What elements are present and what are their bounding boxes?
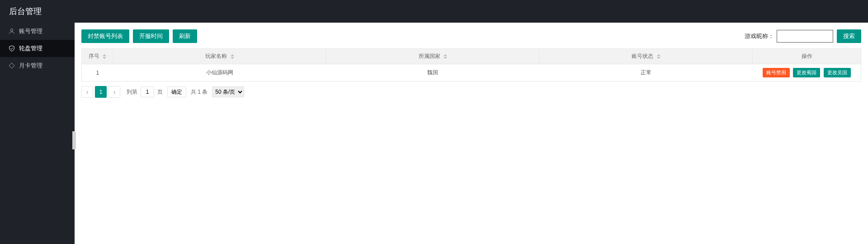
table-header-row: 序号 玩家名称 所属国家 账号状态 [82, 49, 861, 64]
pagination: ‹ 1 › 到第 页 确定 共 1 条 50 条/页 [81, 86, 861, 98]
sidebar-item-label: 月卡管理 [19, 62, 42, 70]
app-header: 后台管理 [0, 0, 868, 23]
total-label: 共 1 条 [191, 88, 208, 96]
shield-check-icon [8, 45, 15, 52]
search-input[interactable] [777, 30, 833, 43]
refresh-button[interactable]: 刷新 [173, 29, 197, 43]
app-title: 后台管理 [9, 6, 42, 17]
goto-input[interactable] [141, 86, 154, 97]
server-time-button[interactable]: 开服时间 [133, 29, 169, 43]
sidebar: 账号管理 轮盘管理 月卡管理 [0, 23, 75, 244]
search-button[interactable]: 搜索 [837, 29, 861, 43]
cell-country: 魏国 [326, 64, 539, 81]
main-content: 封禁账号列表 开服时间 刷新 游戏昵称： 搜索 序号 玩家名称 [75, 23, 868, 244]
prev-page-button[interactable]: ‹ [81, 86, 93, 98]
sidebar-item-roulette[interactable]: 轮盘管理 [0, 40, 75, 57]
sort-icon [103, 54, 106, 59]
sidebar-collapse-handle[interactable] [72, 131, 76, 149]
goto-confirm-button[interactable]: 确定 [167, 86, 186, 97]
sort-icon [657, 54, 660, 59]
page-number[interactable]: 1 [95, 86, 107, 98]
cell-seq: 1 [82, 64, 113, 81]
th-status[interactable]: 账号状态 [539, 49, 752, 64]
goto-label: 到第 [127, 88, 137, 96]
svg-point-0 [10, 29, 13, 31]
page-suffix: 页 [157, 88, 163, 96]
user-icon [8, 28, 15, 35]
chevron-left-icon: ‹ [86, 88, 89, 96]
change-shu-button[interactable]: 更改蜀国 [793, 68, 820, 77]
page-size-select[interactable]: 50 条/页 [212, 86, 244, 97]
th-country[interactable]: 所属国家 [326, 49, 539, 64]
next-page-button[interactable]: › [108, 86, 120, 98]
cell-status: 正常 [539, 64, 752, 81]
table-row: 1 小仙源码网 魏国 正常 账号禁用 更改蜀国 更改吴国 [82, 64, 861, 81]
sidebar-item-label: 账号管理 [19, 27, 42, 35]
cell-ops: 账号禁用 更改蜀国 更改吴国 [753, 64, 861, 81]
th-name[interactable]: 玩家名称 [113, 49, 326, 64]
diamond-icon [8, 62, 15, 69]
sort-icon [231, 54, 234, 59]
toolbar-search: 游戏昵称： 搜索 [745, 29, 861, 43]
ban-account-button[interactable]: 账号禁用 [763, 68, 790, 77]
data-table: 序号 玩家名称 所属国家 账号状态 [81, 48, 861, 81]
search-label: 游戏昵称： [745, 32, 774, 40]
sidebar-item-label: 轮盘管理 [19, 44, 42, 53]
change-wu-button[interactable]: 更改吴国 [824, 68, 851, 77]
th-seq[interactable]: 序号 [82, 49, 113, 64]
th-ops: 操作 [753, 49, 861, 64]
chevron-right-icon: › [113, 88, 116, 96]
sort-icon [443, 54, 447, 59]
toolbar: 封禁账号列表 开服时间 刷新 游戏昵称： 搜索 [81, 29, 861, 43]
sidebar-item-account[interactable]: 账号管理 [0, 23, 75, 40]
sidebar-item-monthly[interactable]: 月卡管理 [0, 57, 75, 74]
banned-list-button[interactable]: 封禁账号列表 [81, 29, 129, 43]
cell-name: 小仙源码网 [113, 64, 326, 81]
layout: 账号管理 轮盘管理 月卡管理 封禁账号列表 开服时间 刷新 游戏昵称： 搜索 [0, 23, 868, 244]
